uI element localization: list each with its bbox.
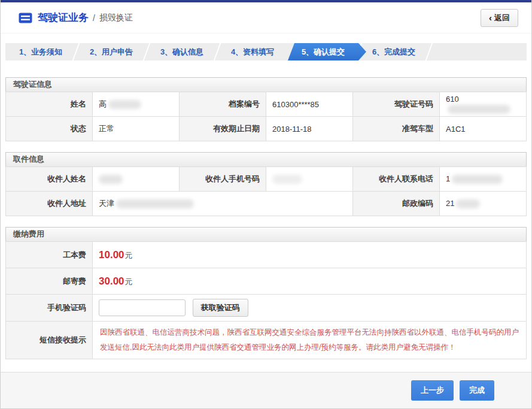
step-label: 1、业务须知 bbox=[19, 47, 62, 57]
recipient-address-value: 天津 bbox=[93, 192, 353, 216]
production-fee-unit: 元 bbox=[125, 251, 133, 260]
postcode-label: 邮政编码 bbox=[353, 192, 440, 216]
sms-code-label: 手机验证码 bbox=[6, 295, 93, 322]
step-1-business-notice: 1、业务须知 bbox=[5, 43, 76, 60]
license-info-section: 驾驶证信息 姓名 高 档案编号 610300****85 驾驶证号码 610 状… bbox=[5, 77, 527, 141]
redacted-value bbox=[448, 105, 510, 114]
step-label: 3、确认信息 bbox=[160, 47, 203, 57]
breadcrumb-separator: / bbox=[93, 13, 95, 23]
postage-fee-unit: 元 bbox=[125, 277, 133, 286]
redacted-value bbox=[452, 175, 503, 184]
table-row: 短信接收提示 因陕西省联通、电信运营商技术问题，陕西省互联网交通安全综合服务管理… bbox=[6, 322, 527, 359]
step-6-complete-submit: 6、完成提交 bbox=[358, 43, 429, 60]
step-label: 5、确认提交 bbox=[302, 47, 345, 57]
footer-bar: 上一步 完成 bbox=[1, 372, 531, 408]
production-fee-value: 10.00元 bbox=[93, 242, 527, 268]
status-label: 状态 bbox=[6, 117, 93, 141]
file-no-label: 档案编号 bbox=[180, 92, 266, 117]
step-label: 6、完成提交 bbox=[372, 47, 415, 57]
expiry-label: 有效期止日期 bbox=[180, 117, 266, 141]
recipient-phone-label: 收件人联系电话 bbox=[353, 167, 440, 192]
sms-code-input[interactable] bbox=[99, 299, 186, 316]
recipient-phone-value: 1 bbox=[440, 167, 527, 192]
step-5-confirm-submit-active: 5、确认提交 bbox=[288, 43, 358, 60]
breadcrumb-current: 损毁换证 bbox=[99, 13, 133, 23]
table-row: 手机验证码 获取验证码 bbox=[6, 295, 527, 322]
sms-notice-text: 因陕西省联通、电信运营商技术问题，陕西省互联网交通安全综合服务管理平台无法向持陕… bbox=[100, 325, 519, 355]
table-row: 收件人地址 天津 邮政编码 21 bbox=[6, 192, 527, 216]
back-button[interactable]: ‹ 返回 bbox=[481, 9, 518, 27]
vehicle-class-label: 准驾车型 bbox=[353, 117, 440, 141]
step-3-confirm-info: 3、确认信息 bbox=[147, 43, 217, 60]
recipient-name-label: 收件人姓名 bbox=[6, 167, 93, 192]
postage-fee-amount: 30.00 bbox=[99, 275, 124, 287]
pickup-info-section: 取件信息 收件人姓名 收件人手机号码 收件人联系电话 1 收件人地址 天津 邮政… bbox=[5, 152, 527, 216]
page: 驾驶证业务 / 损毁换证 ‹ 返回 1、业务须知 2、用户申告 3、确认信息 4… bbox=[0, 0, 532, 409]
status-value: 正常 bbox=[93, 117, 180, 141]
recipient-mobile-label: 收件人手机号码 bbox=[180, 167, 266, 192]
table-row: 邮寄费 30.00元 bbox=[6, 268, 527, 295]
chevron-left-icon: ‹ bbox=[489, 13, 492, 22]
redacted-value bbox=[456, 199, 480, 208]
previous-step-button[interactable]: 上一步 bbox=[411, 380, 454, 401]
pickup-info-table: 收件人姓名 收件人手机号码 收件人联系电话 1 收件人地址 天津 邮政编码 21 bbox=[5, 166, 527, 216]
wizard-steps: 1、业务须知 2、用户申告 3、确认信息 4、资料填写 5、确认提交 6、完成提… bbox=[5, 43, 527, 60]
finish-button[interactable]: 完成 bbox=[460, 380, 494, 401]
step-label: 4、资料填写 bbox=[231, 47, 274, 57]
fees-section: 缴纳费用 工本费 10.00元 邮寄费 30.00元 手机验证码 bbox=[5, 227, 527, 359]
postcode-value: 21 bbox=[440, 192, 527, 216]
fees-table: 工本费 10.00元 邮寄费 30.00元 手机验证码 获取验证码 bbox=[5, 241, 527, 359]
page-header: 驾驶证业务 / 损毁换证 ‹ 返回 bbox=[1, 2, 531, 34]
section-title-pickup-info: 取件信息 bbox=[5, 152, 527, 166]
redacted-value bbox=[108, 100, 141, 109]
table-row: 收件人姓名 收件人手机号码 收件人联系电话 1 bbox=[6, 167, 527, 192]
name-value: 高 bbox=[93, 92, 180, 117]
main-content: 1、业务须知 2、用户申告 3、确认信息 4、资料填写 5、确认提交 6、完成提… bbox=[1, 34, 531, 359]
section-title-fees: 缴纳费用 bbox=[5, 227, 527, 241]
table-row: 状态 正常 有效期止日期 2018-11-18 准驾车型 A1C1 bbox=[6, 117, 527, 141]
postage-fee-value: 30.00元 bbox=[93, 268, 527, 295]
step-label: 2、用户申告 bbox=[90, 47, 133, 57]
step-2-user-declaration: 2、用户申告 bbox=[76, 43, 147, 60]
table-row: 姓名 高 档案编号 610300****85 驾驶证号码 610 bbox=[6, 92, 527, 117]
recipient-address-label: 收件人地址 bbox=[6, 192, 93, 216]
back-button-label: 返回 bbox=[494, 13, 510, 23]
production-fee-label: 工本费 bbox=[6, 242, 93, 268]
get-code-button[interactable]: 获取验证码 bbox=[193, 299, 248, 317]
name-label: 姓名 bbox=[6, 92, 93, 117]
page-title: 驾驶证业务 bbox=[38, 11, 89, 25]
sms-code-cell: 获取验证码 bbox=[93, 295, 527, 322]
recipient-name-value bbox=[93, 167, 180, 192]
expiry-value: 2018-11-18 bbox=[266, 117, 353, 141]
section-title-license-info: 驾驶证信息 bbox=[5, 77, 527, 92]
sms-notice-label: 短信接收提示 bbox=[6, 322, 93, 359]
file-no-value: 610300****85 bbox=[266, 92, 353, 117]
license-card-icon bbox=[19, 13, 32, 23]
license-no-label: 驾驶证号码 bbox=[353, 92, 440, 117]
steps-filler bbox=[429, 43, 527, 60]
vehicle-class-value: A1C1 bbox=[440, 117, 527, 141]
sms-notice-cell: 因陕西省联通、电信运营商技术问题，陕西省互联网交通安全综合服务管理平台无法向持陕… bbox=[93, 322, 527, 359]
table-row: 工本费 10.00元 bbox=[6, 242, 527, 268]
redacted-value bbox=[99, 175, 123, 184]
license-info-table: 姓名 高 档案编号 610300****85 驾驶证号码 610 状态 正常 有… bbox=[5, 92, 527, 141]
step-4-fill-data: 4、资料填写 bbox=[217, 43, 288, 60]
license-no-value: 610 bbox=[440, 92, 527, 117]
recipient-mobile-value bbox=[266, 167, 353, 192]
postage-fee-label: 邮寄费 bbox=[6, 268, 93, 295]
production-fee-amount: 10.00 bbox=[99, 249, 124, 260]
redacted-value bbox=[116, 199, 194, 208]
redacted-value bbox=[272, 175, 302, 184]
